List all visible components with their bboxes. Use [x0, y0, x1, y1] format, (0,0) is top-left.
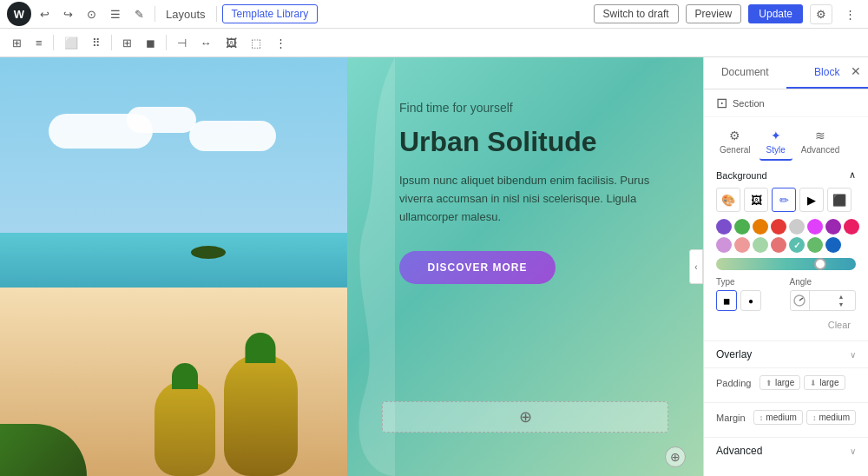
add-section-button[interactable]: ⊕	[665, 446, 686, 467]
cloud-2	[127, 107, 196, 133]
advanced-section[interactable]: Advanced ∨	[704, 437, 868, 464]
color-grid	[716, 219, 856, 253]
padding-section: Padding ⬆ large ⬇ large	[704, 367, 868, 402]
block-style-button[interactable]: ◼	[141, 33, 161, 53]
redo-button[interactable]: ↪	[58, 4, 78, 24]
more-options-button[interactable]: ⋮	[839, 4, 861, 24]
general-icon: ⚙	[729, 129, 740, 142]
bg-type-image[interactable]: 🖼	[744, 188, 768, 212]
margin-bottom-value[interactable]: ↕ medium	[806, 410, 856, 425]
color-swatch-7[interactable]	[825, 219, 841, 235]
canvas-content: Find time for yourself Urban Solitude Ip…	[0, 57, 703, 476]
color-swatch-14[interactable]	[807, 237, 823, 253]
separator-5	[166, 35, 167, 50]
more-block-options[interactable]: ⋮	[270, 33, 292, 53]
clear-button[interactable]: Clear	[823, 318, 856, 332]
clear-button-wrap: Clear	[716, 318, 856, 332]
type-swatch-radial[interactable]: ●	[740, 290, 761, 311]
panel-close-button[interactable]: ✕	[851, 64, 861, 78]
type-swatch-solid[interactable]: ◼	[716, 290, 737, 311]
color-swatch-9[interactable]	[716, 237, 732, 253]
history-button[interactable]: ⊙	[82, 4, 102, 24]
margin-label: Margin	[716, 413, 753, 423]
gradient-bar[interactable]	[716, 258, 856, 270]
color-swatch-4[interactable]	[771, 219, 786, 235]
svg-line-1	[799, 298, 803, 301]
background-section: Background ∧ 🎨 🖼 ✏ ▶ ⬛	[704, 161, 868, 340]
color-swatch-15[interactable]	[825, 237, 841, 253]
type-label: Type	[716, 277, 783, 287]
list-view-button[interactable]: ☰	[105, 4, 126, 24]
width-button[interactable]: ↔	[195, 33, 217, 53]
advanced-label: Advanced	[716, 445, 762, 457]
margin-top-value[interactable]: ↕ medium	[753, 410, 803, 425]
preview-button[interactable]: Preview	[686, 4, 742, 23]
background-header[interactable]: Background ∧	[716, 169, 856, 181]
angle-circle-svg	[793, 294, 806, 307]
bg-type-media[interactable]: ⬛	[827, 188, 852, 212]
bg-type-color[interactable]: 🎨	[716, 188, 740, 212]
margin-top-icon: ↕	[760, 413, 764, 422]
border-button[interactable]: ⬚	[246, 33, 266, 53]
color-swatch-13[interactable]	[789, 237, 805, 253]
align-button[interactable]: ⊣	[172, 33, 192, 53]
panel-tabs: Document Block ✕	[704, 57, 868, 89]
angle-down-button[interactable]: ▼	[836, 301, 847, 308]
pineapple-area	[104, 141, 347, 476]
discover-more-button[interactable]: DISCOVER MORE	[399, 251, 556, 284]
transform-button[interactable]: ⬜	[59, 33, 83, 53]
color-swatch-10[interactable]	[734, 237, 750, 253]
subtab-style-label: Style	[766, 145, 786, 155]
template-library-button[interactable]: Template Library	[222, 4, 319, 23]
padding-top-value[interactable]: ⬆ large	[760, 375, 800, 390]
undo-button[interactable]: ↩	[35, 4, 55, 24]
angle-up-button[interactable]: ▲	[836, 293, 847, 301]
drag-handle[interactable]: ⠿	[87, 33, 106, 53]
bg-type-video[interactable]: ▶	[799, 188, 824, 212]
section-label: Section	[733, 98, 765, 109]
color-swatch-2[interactable]	[734, 219, 750, 235]
panel-sub-tabs: ⚙ General ✦ Style ≋ Advanced	[704, 117, 868, 161]
color-swatch-5[interactable]	[789, 219, 805, 235]
side-panel: Document Block ✕ ⊡ Section ⚙ General ✦ S…	[703, 57, 868, 476]
color-swatch-3[interactable]	[753, 219, 768, 235]
padding-values: ⬆ large ⬇ large	[760, 375, 856, 390]
switch-draft-button[interactable]: Switch to draft	[594, 4, 679, 23]
background-label: Background	[716, 170, 767, 181]
color-swatch-12[interactable]	[771, 237, 786, 253]
panel-collapse-arrow[interactable]: ‹	[689, 249, 703, 284]
layouts-button[interactable]: Layouts	[161, 4, 211, 24]
add-block-area[interactable]: ⊕	[382, 401, 668, 433]
color-swatch-8[interactable]	[844, 219, 859, 235]
overlay-header[interactable]: Overlay ∨	[716, 348, 856, 360]
pineapple-large	[224, 354, 298, 476]
subtab-advanced[interactable]: ≋ Advanced	[794, 124, 846, 161]
top-bar-left: W ↩ ↪ ⊙ ☰ ✎ Layouts Template Library	[7, 2, 318, 26]
padding-bottom-label: large	[819, 378, 838, 387]
panel-block-label-row: ⊡ Section	[704, 89, 868, 117]
layout-grid-button[interactable]: ⊞	[117, 33, 137, 53]
angle-input[interactable]: 135	[810, 294, 836, 307]
subtab-general[interactable]: ⚙ General	[713, 124, 758, 161]
subtab-advanced-label: Advanced	[801, 145, 839, 155]
block-inserter-button[interactable]: ⊞	[7, 33, 27, 53]
gradient-handle[interactable]	[814, 258, 826, 270]
color-swatch-6[interactable]	[807, 219, 823, 235]
padding-bottom-value[interactable]: ⬇ large	[804, 375, 845, 390]
content-description: Ipsum nunc aliquet bibendum enim facilis…	[399, 172, 668, 226]
subtab-style[interactable]: ✦ Style	[760, 124, 792, 161]
image-button[interactable]: 🖼	[220, 33, 242, 53]
color-swatch-11[interactable]	[753, 237, 768, 253]
padding-top-icon: ⬆	[766, 379, 773, 387]
update-button[interactable]: Update	[748, 4, 803, 23]
color-swatch-1[interactable]	[716, 219, 732, 235]
list-view-toggle[interactable]: ≡	[30, 33, 48, 53]
settings-button[interactable]: ⚙	[810, 4, 832, 24]
tab-document[interactable]: Document	[704, 57, 786, 89]
wp-logo[interactable]: W	[7, 2, 31, 26]
angle-arrows: ▲ ▼	[836, 293, 847, 308]
edit-button[interactable]: ✎	[129, 4, 149, 24]
bg-type-gradient[interactable]: ✏	[772, 188, 796, 212]
second-bar: ⊞ ≡ ⬜ ⠿ ⊞ ◼ ⊣ ↔ 🖼 ⬚ ⋮	[0, 29, 868, 57]
advanced-chevron: ∨	[850, 446, 856, 456]
